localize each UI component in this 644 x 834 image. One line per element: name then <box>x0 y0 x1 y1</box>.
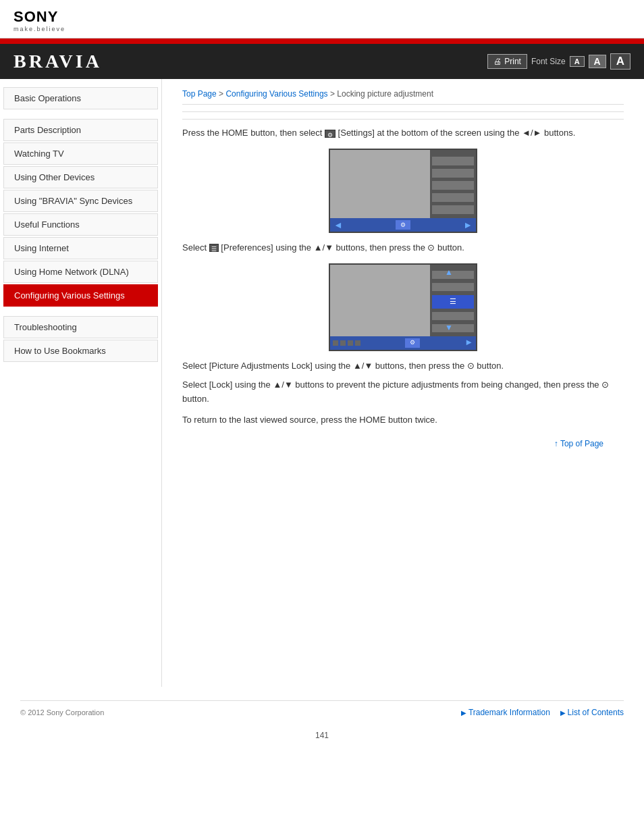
step5-text: To return to the last viewed source, pre… <box>182 413 624 427</box>
print-label: Print <box>504 57 521 66</box>
page-footer: © 2012 Sony Corporation Trademark Inform… <box>20 700 624 717</box>
font-small-button[interactable]: A <box>570 56 585 67</box>
font-large-button[interactable]: A <box>610 53 630 70</box>
tv-image-1: ◄ ⚙ ► <box>182 149 624 233</box>
page-number: 141 <box>0 724 644 747</box>
font-size-label: Font Size <box>531 57 566 66</box>
sidebar-item-watching-tv[interactable]: Watching TV <box>3 142 158 165</box>
sidebar-item-useful-functions[interactable]: Useful Functions <box>3 213 158 236</box>
red-bar <box>0 38 644 44</box>
sidebar-item-bravia-sync[interactable]: Using "BRAVIA" Sync Devices <box>3 190 158 212</box>
trademark-link[interactable]: Trademark Information <box>461 708 550 717</box>
sony-header: SONY make.believe <box>0 0 644 38</box>
font-medium-button[interactable]: A <box>589 55 606 68</box>
breadcrumb: Top Page > Configuring Various Settings … <box>182 89 624 105</box>
breadcrumb-sep1: > <box>219 89 225 99</box>
sidebar-item-using-internet[interactable]: Using Internet <box>3 237 158 259</box>
font-controls: 🖨 Print Font Size A A A <box>487 53 630 70</box>
list-of-contents-link[interactable]: List of Contents <box>560 708 624 717</box>
sidebar-item-parts-description[interactable]: Parts Description <box>3 119 158 141</box>
sidebar-item-troubleshooting[interactable]: Troubleshooting <box>3 316 158 338</box>
print-button[interactable]: 🖨 Print <box>487 54 527 69</box>
step4-text: Select [Lock] using the ▲/▼ buttons to p… <box>182 378 624 407</box>
footer-links: Trademark Information List of Contents <box>461 708 624 717</box>
step1-text: Press the HOME button, then select ⚙ [Se… <box>182 126 624 140</box>
sidebar-item-home-network[interactable]: Using Home Network (DLNA) <box>3 261 158 283</box>
sidebar-item-using-other-devices[interactable]: Using Other Devices <box>3 166 158 188</box>
bravia-bar: BRAVIA 🖨 Print Font Size A A A <box>0 44 644 79</box>
sony-tagline: make.believe <box>14 26 630 32</box>
content-divider-1 <box>182 111 624 112</box>
breadcrumb-configuring[interactable]: Configuring Various Settings <box>225 89 327 99</box>
content-divider-2 <box>182 119 624 120</box>
copyright: © 2012 Sony Corporation <box>20 708 104 716</box>
printer-icon: 🖨 <box>493 57 502 66</box>
content-body: Press the HOME button, then select ⚙ [Se… <box>182 126 624 450</box>
sidebar-item-configuring-settings[interactable]: Configuring Various Settings <box>3 284 158 307</box>
sidebar-item-basic-operations[interactable]: Basic Operations <box>3 87 158 109</box>
bravia-title: BRAVIA <box>14 51 102 72</box>
breadcrumb-sep2: > <box>330 89 337 99</box>
sony-logo: SONY <box>14 8 630 26</box>
breadcrumb-top-page[interactable]: Top Page <box>182 89 217 99</box>
sidebar: Basic Operations Parts Description Watch… <box>0 79 162 687</box>
step3-text: Select [Picture Adjustments Lock] using … <box>182 359 624 373</box>
breadcrumb-current: Locking picture adjustment <box>337 89 433 99</box>
content-area: Top Page > Configuring Various Settings … <box>162 79 644 687</box>
sidebar-item-bookmarks[interactable]: How to Use Bookmarks <box>3 340 158 362</box>
top-of-page-link[interactable]: Top of Page <box>182 438 624 450</box>
tv-image-2: ☰ ▲ ▼ <box>182 263 624 351</box>
step2-text: Select ☰ [Preferences] using the ▲/▼ but… <box>182 241 624 255</box>
